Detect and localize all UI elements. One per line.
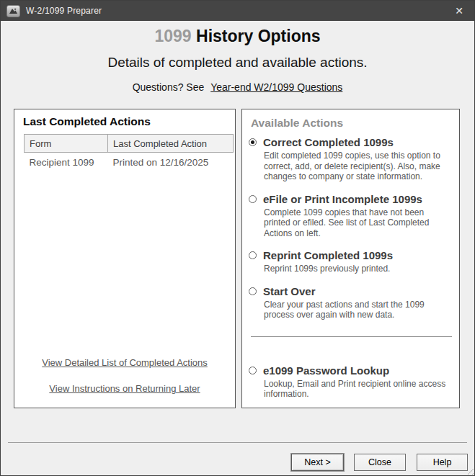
questions-link[interactable]: Year-end W2/1099 Questions [210, 81, 342, 93]
mountain-icon [9, 7, 18, 14]
option-description: Clear your past actions and start the 10… [264, 300, 450, 320]
page-subtitle: Details of completed and available actio… [1, 55, 474, 71]
radio-start-over[interactable] [249, 287, 257, 295]
option-reprint-completed-1099s: Reprint Completed 1099s Reprint 1099s pr… [249, 249, 450, 274]
option-label: Start Over [263, 285, 316, 297]
close-icon[interactable]: ✕ [444, 1, 474, 21]
questions-prefix: Questions? See [133, 81, 205, 93]
radio-correct-completed-1099s[interactable] [249, 138, 257, 146]
view-instructions-link[interactable]: View Instructions on Returning Later [14, 383, 235, 394]
option-description: Complete 1099 copies that have not been … [264, 207, 450, 239]
available-actions-panel: Available Actions Correct Completed 1099… [241, 109, 460, 408]
window-title: W-2/1099 Preparer [26, 6, 102, 16]
option-e1099-head[interactable]: e1099 Password Lookup [249, 364, 450, 377]
w2-1099-preparer-dialog: { "window": { "title": "W-2/1099 Prepare… [0, 0, 475, 476]
option-label: Correct Completed 1099s [263, 136, 394, 148]
option-description: Lookup, Email and Print recipient online… [264, 379, 450, 400]
next-button[interactable]: Next > [291, 454, 344, 471]
footer-divider [8, 442, 467, 443]
radio-e1099-password-lookup[interactable] [249, 367, 257, 374]
completed-actions-table: Form Last Completed Action Recipient 109… [24, 134, 234, 169]
title-bar[interactable]: W-2/1099 Preparer ✕ [1, 1, 474, 21]
column-header-last-completed-action[interactable]: Last Completed Action [108, 135, 234, 153]
available-actions-heading: Available Actions [251, 117, 459, 130]
option-e1099-password-lookup: e1099 Password Lookup Lookup, Email and … [249, 364, 450, 400]
option-correct-completed-1099s: Correct Completed 1099s Edit completed 1… [249, 136, 450, 182]
cell-last-completed-action: Printed on 12/16/2025 [108, 153, 234, 170]
view-detailed-list-link[interactable]: View Detailed List of Completed Actions [14, 357, 235, 368]
last-completed-actions-panel: Last Completed Actions Form Last Complet… [14, 109, 236, 408]
option-start-over-head[interactable]: Start Over [249, 285, 450, 297]
questions-line: Questions? See Year-end W2/1099 Question… [1, 81, 474, 93]
radio-efile-or-print-incomplete-1099s[interactable] [249, 195, 257, 203]
help-button[interactable]: Help [417, 454, 468, 471]
option-efile-or-print-incomplete-1099s: eFile or Print Incomplete 1099s Complete… [249, 193, 450, 239]
page-title-accent: 1099 [154, 27, 191, 45]
option-correct-completed-1099s-head[interactable]: Correct Completed 1099s [249, 136, 450, 148]
option-reprint-head[interactable]: Reprint Completed 1099s [249, 249, 450, 261]
column-header-form[interactable]: Form [25, 135, 108, 153]
option-description: Edit completed 1099 copies, use this opt… [264, 151, 450, 182]
close-button[interactable]: Close [354, 454, 406, 471]
options-divider [251, 336, 452, 337]
app-icon [6, 5, 20, 17]
page-title-main: History Options [196, 27, 321, 45]
page-title: 1099 History Options [1, 27, 474, 46]
last-completed-actions-heading: Last Completed Actions [23, 115, 151, 128]
option-efile-head[interactable]: eFile or Print Incomplete 1099s [249, 193, 450, 205]
table-header-row: Form Last Completed Action [25, 135, 234, 153]
option-label: Reprint Completed 1099s [263, 249, 393, 261]
table-row[interactable]: Recipient 1099 Printed on 12/16/2025 [25, 153, 234, 170]
radio-reprint-completed-1099s[interactable] [249, 251, 257, 259]
option-label: e1099 Password Lookup [263, 364, 389, 377]
option-start-over: Start Over Clear your past actions and s… [249, 285, 450, 320]
option-description: Reprint 1099s previously printed. [264, 264, 450, 274]
cell-form: Recipient 1099 [25, 153, 108, 170]
option-label: eFile or Print Incomplete 1099s [263, 193, 422, 205]
